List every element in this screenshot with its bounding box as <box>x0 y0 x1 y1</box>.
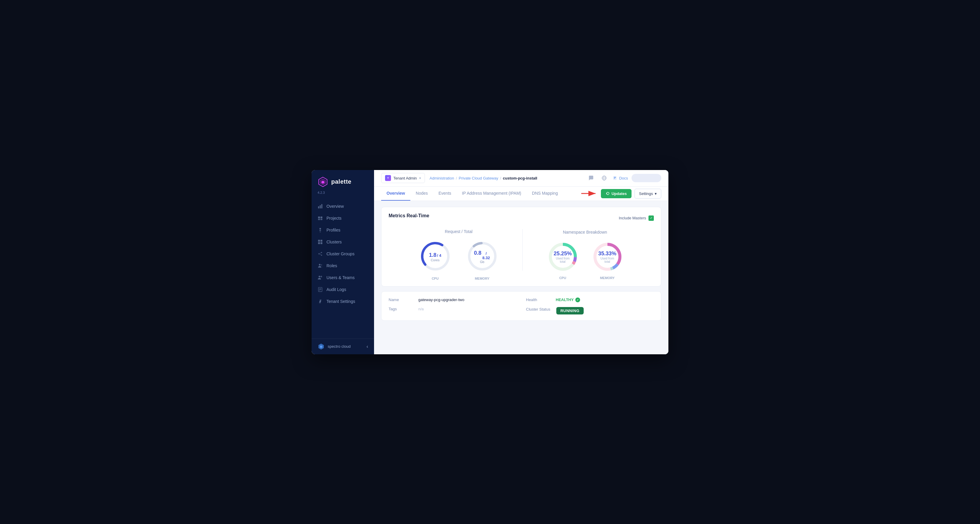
memory-value: 0.8 <box>474 250 481 256</box>
svg-rect-15 <box>318 242 320 244</box>
sidebar-item-clusters[interactable]: Clusters <box>312 236 374 248</box>
cpu-donut-wrap: 25.25% Used from total CPU <box>546 240 579 280</box>
request-total-section: Request / Total <box>419 229 499 280</box>
sidebar-item-overview[interactable]: Overview <box>312 200 374 212</box>
svg-point-11 <box>319 230 321 231</box>
docs-button[interactable]: Docs <box>612 176 628 180</box>
include-masters-label: Include Masters <box>619 216 646 220</box>
sidebar-collapse-button[interactable]: ‹ <box>367 344 368 349</box>
sidebar-item-tenant-settings-label: Tenant Settings <box>326 299 355 304</box>
gauges-row: 1.8 / 4 Cores CPU <box>419 240 499 280</box>
tenant-selector[interactable]: T Tenant Admin ▾ <box>381 173 425 183</box>
memory-donut-percent: 35.33% <box>598 250 616 257</box>
overview-icon <box>318 203 323 209</box>
metrics-card: Metrics Real-Time Include Masters ✓ Requ… <box>381 207 661 286</box>
cluster-groups-icon <box>318 251 323 257</box>
projects-icon <box>318 216 323 221</box>
svg-point-17 <box>318 253 320 254</box>
sidebar-item-roles-label: Roles <box>326 264 337 268</box>
donuts-row: 25.25% Used from total CPU <box>546 240 624 280</box>
logo-text: palette <box>331 178 352 185</box>
tab-nodes[interactable]: Nodes <box>410 186 433 201</box>
health-label: Health <box>526 297 550 302</box>
breadcrumb-pcg[interactable]: Private Cloud Gateway <box>459 176 498 180</box>
svg-rect-6 <box>318 216 320 218</box>
name-value: gateway-pcg-upgrader-two <box>418 297 465 302</box>
namespace-breakdown-label: Namespace Breakdown <box>546 230 624 235</box>
sidebar-footer: spectro cloud ‹ <box>312 338 374 354</box>
svg-rect-14 <box>321 240 322 241</box>
info-right: Health HEALTHY ✓ Cluster Status RUNNING <box>526 297 654 314</box>
palette-logo-icon <box>318 176 328 187</box>
user-pill[interactable] <box>632 174 661 182</box>
memory-donut-center: 35.33% Used from total <box>598 250 616 263</box>
svg-point-18 <box>321 252 322 253</box>
memory-donut-type: MEMORY <box>600 276 614 280</box>
memory-sub-label: MEMORY <box>475 277 489 280</box>
docs-icon <box>612 176 617 180</box>
topbar-actions: Docs <box>586 173 661 183</box>
sidebar-item-roles[interactable]: Roles <box>312 260 374 272</box>
tab-overview[interactable]: Overview <box>381 186 410 201</box>
tags-row: Tags n/a <box>388 307 517 311</box>
include-masters-checkbox[interactable]: ✓ <box>649 216 654 221</box>
svg-point-10 <box>319 228 321 229</box>
memory-gauge-wrap: 0.8 / 8.32 Gb MEMORY <box>466 240 499 280</box>
sidebar-item-cluster-groups[interactable]: Cluster Groups <box>312 248 374 260</box>
sidebar-item-tenant-settings[interactable]: Tenant Settings <box>312 295 374 307</box>
memory-gauge-center: 0.8 / 8.32 Gb <box>474 250 490 264</box>
breadcrumb-administration[interactable]: Administration <box>430 176 454 180</box>
cpu-gauge-wrap: 1.8 / 4 Cores CPU <box>419 240 452 280</box>
settings-button[interactable]: Settings ▾ <box>635 189 661 198</box>
audit-logs-icon <box>318 287 323 292</box>
profiles-icon <box>318 227 323 233</box>
metrics-header: Metrics Real-Time Include Masters ✓ <box>388 213 654 223</box>
name-label: Name <box>388 297 412 302</box>
svg-point-22 <box>319 264 321 265</box>
tab-events[interactable]: Events <box>433 186 457 201</box>
roles-icon <box>318 263 323 268</box>
app-container: palette 4.2.3 Overview Projects <box>312 170 668 354</box>
globe-button[interactable] <box>600 173 609 183</box>
sidebar-item-audit-logs-label: Audit Logs <box>326 287 346 292</box>
cluster-status-badge: RUNNING <box>556 307 584 314</box>
updates-button[interactable]: Updates <box>601 189 632 198</box>
sidebar-item-users-teams[interactable]: Users & Teams <box>312 272 374 284</box>
clusters-icon <box>318 239 323 245</box>
tab-ipam[interactable]: IP Address Management (IPAM) <box>457 186 527 201</box>
chat-button[interactable] <box>586 173 596 183</box>
cluster-status-label: Cluster Status <box>526 307 550 311</box>
health-badge: HEALTHY ✓ <box>556 297 580 302</box>
sidebar-item-audit-logs[interactable]: Audit Logs <box>312 284 374 295</box>
updates-label: Updates <box>612 191 627 196</box>
chat-icon <box>589 175 594 181</box>
topbar: T Tenant Admin ▾ Administration / Privat… <box>374 170 668 187</box>
spectro-cloud-logo <box>318 343 325 350</box>
cpu-sub-label: CPU <box>432 277 439 280</box>
info-grid: Name gateway-pcg-upgrader-two Tags n/a H… <box>388 297 654 314</box>
globe-icon <box>601 175 607 181</box>
breadcrumb-sep-2: / <box>500 176 501 180</box>
breadcrumb-current: custom-pcg-install <box>503 176 537 180</box>
cpu-value: 1.8 <box>429 252 436 258</box>
svg-rect-9 <box>321 219 322 220</box>
tab-dns-mapping[interactable]: DNS Mapping <box>527 186 563 201</box>
metrics-title: Metrics Real-Time <box>388 213 430 218</box>
cpu-donut-percent: 25.25% <box>554 250 572 257</box>
memory-gauge: 0.8 / 8.32 Gb <box>466 240 499 274</box>
include-masters-toggle[interactable]: Include Masters ✓ <box>619 216 654 221</box>
svg-rect-5 <box>321 204 323 208</box>
sidebar-item-profiles-label: Profiles <box>326 228 340 232</box>
sidebar-nav: Overview Projects Profiles <box>312 199 374 338</box>
memory-unit: Gb <box>474 260 490 264</box>
breadcrumb: Administration / Private Cloud Gateway /… <box>430 176 537 180</box>
namespace-breakdown-section: Namespace Breakdown <box>546 230 624 280</box>
svg-rect-3 <box>318 206 319 208</box>
sidebar-item-projects[interactable]: Projects <box>312 212 374 224</box>
svg-point-23 <box>321 264 322 265</box>
cpu-donut-type: CPU <box>559 276 566 280</box>
health-dot-icon: ✓ <box>575 297 580 302</box>
sidebar-item-profiles[interactable]: Profiles <box>312 224 374 236</box>
memory-total: 8.32 <box>482 256 490 260</box>
info-card: Name gateway-pcg-upgrader-two Tags n/a H… <box>381 291 661 321</box>
